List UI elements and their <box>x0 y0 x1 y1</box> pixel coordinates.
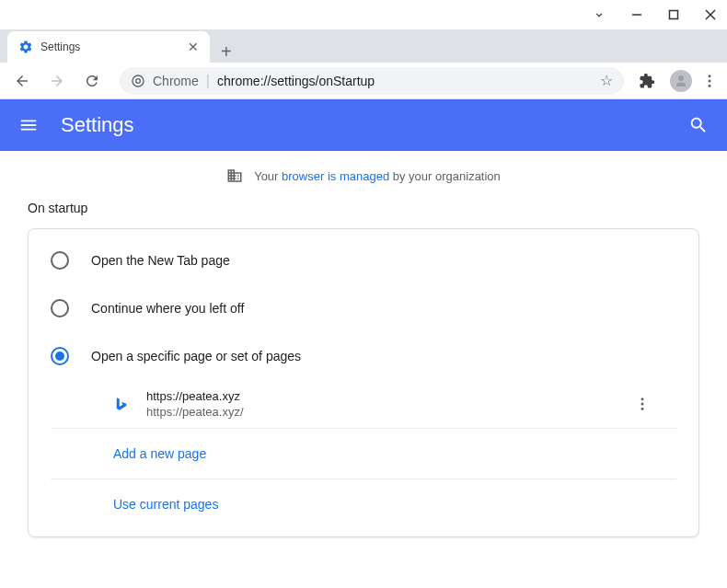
section-title: On startup <box>28 201 699 215</box>
svg-point-10 <box>641 398 644 400</box>
page-menu-kebab-icon[interactable] <box>630 392 654 416</box>
tab-strip: Settings ✕ + <box>0 29 727 63</box>
radio-icon[interactable] <box>51 347 69 365</box>
svg-point-7 <box>709 75 711 77</box>
settings-header: Settings <box>0 99 727 151</box>
managed-banner: Your browser is managed by your organiza… <box>0 151 727 201</box>
option-label: Continue where you left off <box>91 301 244 316</box>
settings-header-title: Settings <box>61 113 134 137</box>
add-page-link[interactable]: Add a new page <box>113 446 206 461</box>
use-current-link[interactable]: Use current pages <box>113 497 218 512</box>
close-button[interactable] <box>705 9 716 20</box>
svg-point-11 <box>641 403 644 406</box>
chevron-down-icon[interactable] <box>593 8 606 21</box>
option-label: Open the New Tab page <box>91 253 230 268</box>
maximize-button[interactable] <box>668 9 679 20</box>
tab-close-icon[interactable]: ✕ <box>188 40 199 54</box>
add-page-row[interactable]: Add a new page <box>51 429 676 479</box>
svg-point-8 <box>709 79 711 82</box>
svg-point-4 <box>133 75 144 86</box>
reload-button[interactable] <box>79 68 105 94</box>
tab-settings[interactable]: Settings ✕ <box>7 31 210 63</box>
bookmark-star-icon[interactable]: ☆ <box>600 72 613 89</box>
option-new-tab[interactable]: Open the New Tab page <box>29 236 698 284</box>
omnibox-url: chrome://settings/onStartup <box>217 74 375 88</box>
forward-button[interactable] <box>44 68 70 94</box>
radio-icon[interactable] <box>51 251 69 270</box>
hamburger-icon[interactable] <box>18 115 39 135</box>
svg-point-12 <box>641 408 644 410</box>
radio-icon[interactable] <box>51 299 69 317</box>
tab-title: Settings <box>40 40 180 53</box>
building-icon <box>226 167 243 184</box>
svg-rect-1 <box>670 11 678 19</box>
svg-point-5 <box>136 78 141 83</box>
startup-card: Open the New Tab page Continue where you… <box>28 228 699 537</box>
page-name: https://peatea.xyz <box>146 389 630 403</box>
startup-page-entry: https://peatea.xyz https://peatea.xyz/ <box>51 380 676 429</box>
bing-favicon-icon <box>113 396 130 412</box>
minimize-button[interactable] <box>631 9 642 20</box>
use-current-row[interactable]: Use current pages <box>51 479 676 529</box>
gear-icon <box>18 40 33 54</box>
option-continue[interactable]: Continue where you left off <box>29 284 698 332</box>
extensions-icon[interactable] <box>639 73 661 89</box>
svg-point-9 <box>709 84 711 86</box>
page-texts: https://peatea.xyz https://peatea.xyz/ <box>146 389 630 419</box>
omnibox-prefix: Chrome <box>153 74 199 88</box>
option-specific[interactable]: Open a specific page or set of pages <box>29 332 698 380</box>
profile-avatar[interactable] <box>670 70 692 92</box>
option-label: Open a specific page or set of pages <box>91 349 301 363</box>
managed-text: Your browser is managed by your organiza… <box>254 169 501 183</box>
managed-link[interactable]: browser is managed <box>282 169 389 183</box>
omnibox-divider: | <box>206 73 210 89</box>
page-url: https://peatea.xyz/ <box>146 405 630 419</box>
menu-kebab-icon[interactable] <box>701 73 718 89</box>
toolbar: Chrome | chrome://settings/onStartup ☆ <box>0 63 727 99</box>
chrome-icon <box>131 74 145 88</box>
new-tab-button[interactable]: + <box>210 41 243 63</box>
content: On startup Open the New Tab page Continu… <box>0 201 727 537</box>
address-bar[interactable]: Chrome | chrome://settings/onStartup ☆ <box>120 67 624 95</box>
window-controls <box>0 0 727 29</box>
search-icon[interactable] <box>688 115 709 135</box>
svg-point-6 <box>678 75 684 81</box>
back-button[interactable] <box>9 68 35 94</box>
